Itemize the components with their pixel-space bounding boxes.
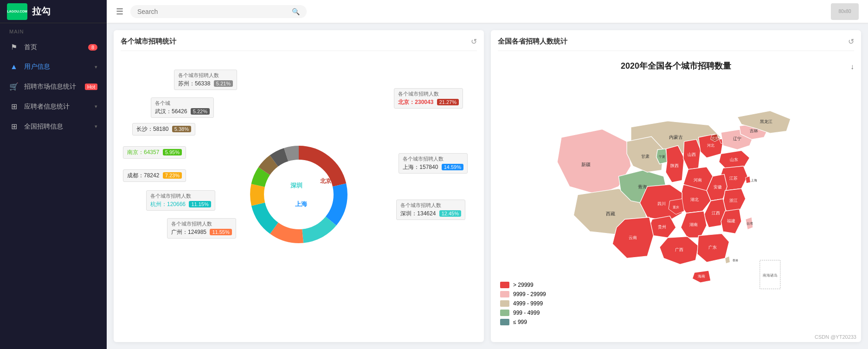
svg-text:湖南: 湖南 [689, 222, 698, 227]
right-card: 全国各省招聘人数统计 ↺ 2020年全国各个城市招聘数量 ↓ 新疆 西藏 [491, 30, 861, 342]
svg-text:山东: 山东 [730, 157, 738, 162]
sidebar-item-recruitment[interactable]: 🛒 招聘市场信息统计 Hot [0, 77, 107, 97]
sidebar-section-main: MAIN [0, 23, 107, 37]
legend-color-3 [500, 300, 509, 307]
sidebar-item-home[interactable]: ⚑ 首页 8 [0, 37, 107, 57]
legend-label-2: 9999 - 29999 [513, 291, 546, 297]
label-nanjing: 南京：64357 5.95% [123, 146, 186, 159]
svg-text:河南: 河南 [694, 178, 702, 182]
svg-text:吉林: 吉林 [750, 129, 758, 133]
map-title: 2020年全国各个城市招聘数量 [498, 60, 854, 71]
svg-text:香港: 香港 [733, 259, 738, 262]
sidebar-item-user-info[interactable]: ▲ 用户信息 ▾ [0, 57, 107, 77]
user-info-icon: ▲ [9, 63, 19, 71]
label-chengdu: 成都：78242 7.23% [123, 169, 186, 182]
label-hangzhou: 各个城市招聘人数 杭州：120666 11.15% [146, 190, 215, 211]
china-map: 新疆 西藏 青海 内蒙古 甘肃 [498, 78, 854, 335]
svg-text:新疆: 新疆 [581, 162, 591, 167]
menu-icon[interactable]: ☰ [116, 6, 123, 17]
avatar-label: 80x80 [838, 9, 851, 14]
footer-note: CSDN @YT20233 [815, 334, 856, 340]
app-name: 拉勾 [32, 5, 51, 18]
left-card-header: 各个城市招聘统计 ↺ [121, 37, 477, 51]
svg-text:安徽: 安徽 [714, 185, 722, 189]
home-icon: ⚑ [9, 43, 19, 52]
search-input[interactable] [137, 8, 292, 15]
svg-text:西藏: 西藏 [606, 211, 615, 216]
sidebar-item-national-label: 全国招聘信息 [24, 123, 63, 131]
svg-text:黑龙江: 黑龙江 [760, 119, 772, 124]
svg-text:陕西: 陕西 [670, 163, 679, 168]
legend-label-1: > 29999 [513, 282, 534, 288]
legend-label-4: 999 - 4999 [513, 310, 540, 316]
svg-text:青海: 青海 [638, 184, 647, 189]
legend-item-5: ≤ 999 [500, 319, 546, 325]
header: ☰ 🔍 80x80 [107, 0, 868, 23]
svg-text:四川: 四川 [657, 201, 666, 206]
svg-text:上海: 上海 [295, 200, 308, 207]
svg-text:海南: 海南 [698, 274, 705, 278]
svg-text:台湾: 台湾 [746, 221, 753, 225]
svg-text:湖北: 湖北 [690, 197, 699, 201]
sidebar-item-national[interactable]: ⊞ 全国招聘信息 ▾ [0, 116, 107, 136]
sidebar-item-recruitment-label: 招聘市场信息统计 [24, 83, 76, 91]
svg-text:内蒙古: 内蒙古 [669, 134, 683, 139]
svg-text:宁夏: 宁夏 [659, 155, 665, 158]
svg-point-10 [269, 164, 329, 225]
label-shanghai: 各个城市招聘人数 上海：157840 14.59% [399, 153, 468, 174]
svg-text:福建: 福建 [727, 218, 735, 223]
legend-item-2: 9999 - 29999 [500, 291, 546, 297]
svg-text:山西: 山西 [688, 152, 696, 156]
label-wuhan: 各个城 武汉：56426 5.22% [151, 97, 214, 118]
download-icon[interactable]: ↓ [850, 63, 854, 71]
logo-icon: LAGOU.COM [7, 3, 27, 20]
legend-color-2 [500, 291, 509, 297]
right-card-header: 全国各省招聘人数统计 ↺ [498, 37, 854, 51]
content: 各个城市招聘统计 ↺ 各个城市招聘人数 苏州：56338 5.21% 各个城 [107, 23, 868, 349]
right-card-title: 全国各省招聘人数统计 [498, 37, 567, 46]
svg-text:辽宁: 辽宁 [733, 136, 741, 141]
sidebar-logo: LAGOU.COM 拉勾 [0, 0, 107, 23]
legend-color-5 [500, 319, 509, 325]
svg-text:南海诸岛: 南海诸岛 [763, 273, 778, 278]
svg-text:广东: 广东 [708, 245, 717, 250]
search-icon: 🔍 [292, 8, 300, 15]
legend-color-1 [500, 282, 509, 288]
legend-label-5: ≤ 999 [513, 319, 527, 325]
right-card-refresh[interactable]: ↺ [848, 37, 854, 46]
label-shenzhen: 各个城市招聘人数 深圳：134624 12.45% [396, 200, 465, 220]
label-guangzhou: 各个城市招聘人数 广州：124985 11.55% [167, 218, 236, 239]
left-card: 各个城市招聘统计 ↺ 各个城市招聘人数 苏州：56338 5.21% 各个城 [114, 30, 484, 342]
main-area: ☰ 🔍 80x80 各个城市招聘统计 ↺ 各 [107, 0, 868, 349]
svg-text:北京: 北京 [320, 178, 332, 184]
legend-item-3: 4999 - 9999 [500, 300, 546, 307]
user-info-arrow: ▾ [95, 64, 97, 70]
legend-item-1: > 29999 [500, 282, 546, 288]
recruitment-badge: Hot [85, 84, 97, 90]
applicant-arrow: ▾ [95, 103, 97, 110]
left-card-title: 各个城市招聘统计 [121, 37, 176, 46]
svg-text:广西: 广西 [675, 247, 683, 252]
donut-chart: 深圳 上海 北京 [243, 139, 354, 252]
left-card-refresh[interactable]: ↺ [471, 37, 477, 46]
avatar: 80x80 [831, 3, 859, 20]
recruitment-icon: 🛒 [9, 82, 19, 91]
sidebar-item-applicant[interactable]: ⊞ 应聘者信息统计 ▾ [0, 97, 107, 116]
svg-text:甘肃: 甘肃 [641, 154, 649, 159]
sidebar-item-applicant-label: 应聘者信息统计 [24, 103, 70, 111]
svg-text:贵州: 贵州 [658, 224, 666, 229]
svg-text:河北: 河北 [707, 143, 714, 148]
svg-text:北京: 北京 [712, 136, 718, 139]
label-beijing: 各个城市招聘人数 北京：230043 21.27% [394, 88, 463, 109]
svg-text:浙江: 浙江 [729, 198, 738, 203]
map-legend: > 29999 9999 - 29999 4999 - 9999 999 - 4… [500, 282, 546, 328]
svg-text:上海: 上海 [751, 179, 757, 182]
national-icon: ⊞ [9, 122, 19, 131]
svg-text:重庆: 重庆 [673, 205, 679, 208]
label-suzhou: 各个城市招聘人数 苏州：56338 5.21% [174, 70, 237, 90]
sidebar-item-home-label: 首页 [24, 43, 37, 52]
search-box: 🔍 [130, 5, 307, 18]
legend-item-4: 999 - 4999 [500, 310, 546, 316]
label-changsha: 长沙：58180 5.38% [132, 123, 195, 136]
legend-label-3: 4999 - 9999 [513, 300, 543, 307]
